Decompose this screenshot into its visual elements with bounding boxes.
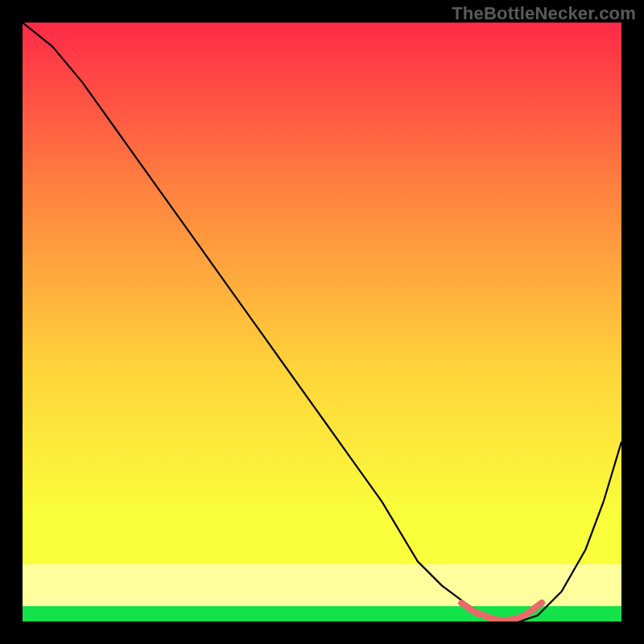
chart-svg xyxy=(23,23,621,621)
attribution-watermark: TheBottleNecker.com xyxy=(452,3,636,24)
gradient-background xyxy=(23,23,621,621)
plot-area xyxy=(23,23,621,621)
chart-frame: TheBottleNecker.com xyxy=(0,0,644,644)
